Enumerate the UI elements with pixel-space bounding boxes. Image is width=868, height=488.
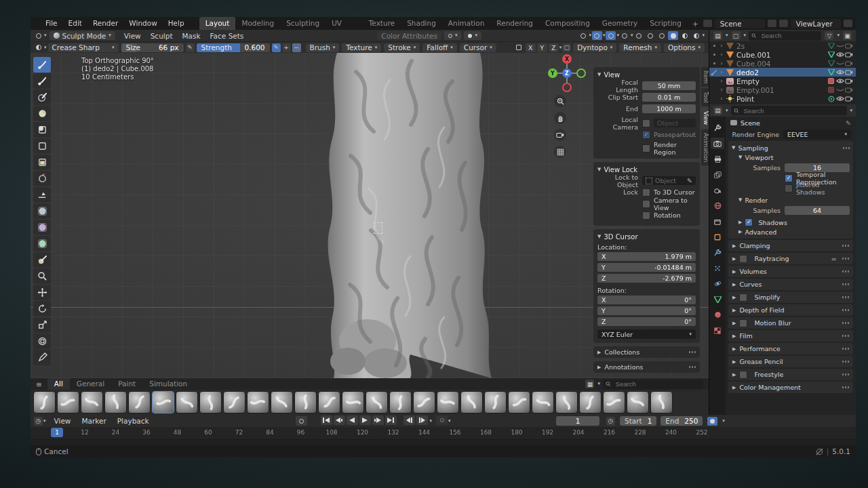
viewport-canvas[interactable]: Top Orthographic 90° (1) dedo2 | Cube.00… <box>31 53 709 378</box>
object-data-tab[interactable] <box>711 293 724 305</box>
shading-solid-icon[interactable] <box>668 31 678 40</box>
annotate-tool[interactable] <box>33 350 51 365</box>
camera-visibility-icon[interactable] <box>844 78 853 84</box>
dropdown-brush[interactable]: Brush▾ <box>306 43 340 52</box>
section-curves[interactable]: ▶Curves <box>728 279 853 290</box>
box-mask-tool[interactable] <box>33 138 51 154</box>
editor-type-caret-icon[interactable]: ▾ <box>44 31 47 40</box>
clip-start-field[interactable]: 0.01 m <box>642 93 696 102</box>
outliner-row-dedo2[interactable]: ›dedo2 <box>709 68 856 77</box>
proportional-edit-icon[interactable] <box>592 31 602 40</box>
brush-asset-3[interactable] <box>104 391 127 413</box>
shelf-display-icon[interactable]: ▦ <box>585 380 594 388</box>
move-tool[interactable] <box>33 285 51 300</box>
mask-by-color-tool[interactable] <box>33 268 51 284</box>
color-filter-tool[interactable] <box>33 236 51 251</box>
cursor-x-field[interactable]: X0° <box>597 296 696 304</box>
brush-asset-18[interactable] <box>460 391 483 413</box>
annotate-gizmo-icon-caret[interactable]: ▾ <box>631 31 633 40</box>
workspace-tab-layout[interactable]: Layout <box>199 17 236 30</box>
brush-asset-9[interactable] <box>247 391 269 413</box>
dropdown-remesh[interactable]: Remesh▾ <box>619 43 661 52</box>
secondary-brush-tool[interactable] <box>33 73 51 89</box>
shelf-tab-simulation[interactable]: Simulation <box>142 378 194 390</box>
section-motion-blur[interactable]: ▶Motion Blur <box>728 317 853 329</box>
brush-asset-25[interactable] <box>627 391 649 413</box>
mirror-z-button[interactable]: Z <box>549 43 559 52</box>
camera-visibility-icon[interactable] <box>844 69 853 75</box>
grid-icon[interactable] <box>554 146 566 158</box>
viewport-menu-mask[interactable]: Mask <box>178 32 205 40</box>
jittered-shadows-checkbox[interactable] <box>785 184 793 192</box>
outliner-row-empty[interactable]: ›Empty <box>709 77 856 85</box>
workspace-tab-rendering[interactable]: Rendering <box>490 17 539 30</box>
viewport-menu-face-sets[interactable]: Face Sets <box>205 32 249 40</box>
brush-asset-14[interactable] <box>366 391 388 413</box>
render-region-checkbox[interactable] <box>642 144 650 152</box>
brush-asset-7[interactable] <box>199 391 222 413</box>
brush-asset-23[interactable] <box>579 391 601 413</box>
camera-visibility-icon[interactable] <box>844 96 853 102</box>
keying-caret-icon[interactable]: ▾ <box>448 415 451 426</box>
next-keyframe-button[interactable] <box>372 415 384 425</box>
brush-asset-17[interactable] <box>437 391 459 413</box>
expand-icon[interactable]: › <box>717 69 726 75</box>
brush-size-slider[interactable]: Size 66 px <box>121 43 184 52</box>
tool-tab[interactable] <box>711 122 724 134</box>
mode-selector[interactable]: Sculpt Mode ▾ <box>50 31 115 40</box>
section-performance[interactable]: ▶Performance <box>728 343 853 354</box>
shading-wireframe-icon[interactable] <box>656 31 667 40</box>
scale-tool[interactable] <box>33 317 51 333</box>
box-face-set-tool[interactable] <box>33 155 51 170</box>
dropdown-options[interactable]: Options▾ <box>664 43 705 52</box>
eye-open-icon[interactable] <box>835 96 844 102</box>
workspace-tab-sculpting[interactable]: Sculpting <box>280 17 326 30</box>
section-grease-pencil[interactable]: ▶Grease Pencil <box>728 356 853 367</box>
focal-length-field[interactable]: 50 mm <box>642 81 696 90</box>
freestyle-checkbox[interactable] <box>739 371 747 379</box>
shelf-tab-general[interactable]: General <box>70 378 111 390</box>
playhead-marker[interactable]: 1 <box>51 428 63 437</box>
menu-edit[interactable]: Edit <box>63 17 87 30</box>
brush-selector[interactable]: Crease Sharp ▾ <box>48 43 119 52</box>
brush-asset-5[interactable] <box>152 391 174 413</box>
play-reverse-button[interactable] <box>347 415 358 425</box>
menu-render[interactable]: Render <box>87 17 123 30</box>
workspace-tab-uv-editing[interactable]: UV Editing <box>326 17 363 30</box>
timeline-menu-marker[interactable]: Marker <box>76 415 111 428</box>
mirror-caret-icon[interactable]: ▾ <box>559 43 562 52</box>
new-scene-icon[interactable] <box>768 20 776 27</box>
brush-asset-6[interactable] <box>176 391 198 413</box>
expand-icon[interactable]: › <box>717 78 726 84</box>
outliner-filter-collection-icon[interactable]: ▢ <box>732 31 741 40</box>
brush-display-dropdown[interactable]: ▾ <box>464 31 481 40</box>
brush-asset-11[interactable] <box>294 391 317 413</box>
gizmo-axis-x-neg[interactable] <box>562 83 572 92</box>
local-camera-checkbox[interactable] <box>642 119 650 127</box>
brush-tool[interactable] <box>33 57 51 73</box>
hand-icon[interactable] <box>554 112 566 124</box>
brush-asset-15[interactable] <box>389 391 412 413</box>
brush-asset-22[interactable] <box>555 391 578 413</box>
trim-box-tool[interactable] <box>33 171 51 186</box>
shading-rendered-icon-caret[interactable]: ▾ <box>702 31 705 40</box>
strength-minus-button[interactable]: − <box>292 43 301 52</box>
strength-plus-button[interactable]: + <box>282 43 291 52</box>
outliner-search[interactable] <box>749 31 821 41</box>
gizmo-axis-z[interactable]: Z <box>562 68 572 78</box>
previous-keyframe-button[interactable] <box>334 415 345 425</box>
cursor-y-field[interactable]: Y-0.01484 m <box>597 263 696 272</box>
brush-asset-19[interactable] <box>484 391 507 413</box>
brush-asset-16[interactable] <box>413 391 435 413</box>
brush-asset-8[interactable] <box>223 391 245 413</box>
workspace-tab-geometry-nodes[interactable]: Geometry Nodes <box>596 17 644 30</box>
timeline-editor-type-icon[interactable]: ◷ <box>34 417 43 426</box>
world-tab[interactable] <box>711 200 724 211</box>
keying-set-icon[interactable] <box>436 415 448 425</box>
play-button[interactable] <box>359 415 371 425</box>
filter-funnel-icon[interactable]: ▽ <box>825 31 833 40</box>
workspace-tab-animation[interactable]: Animation <box>442 17 491 30</box>
lock-3d-cursor-checkbox[interactable] <box>642 188 650 197</box>
brush-asset-20[interactable] <box>508 391 530 413</box>
show-overlays-icon[interactable] <box>645 31 655 40</box>
